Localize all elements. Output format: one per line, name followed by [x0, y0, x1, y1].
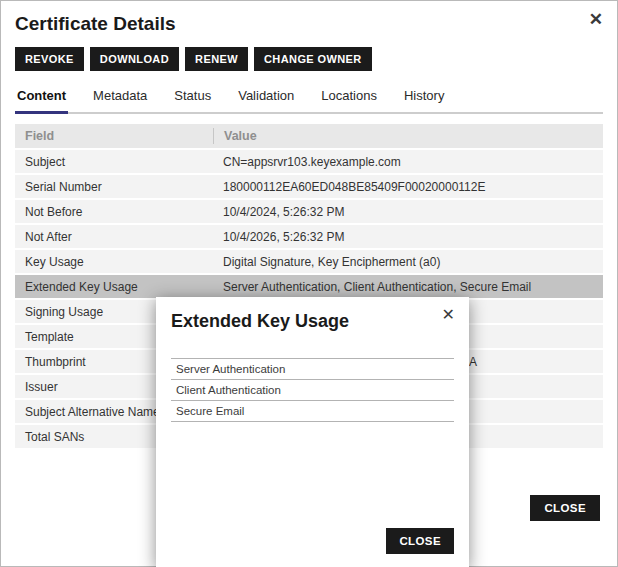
value-cell: 10/4/2024, 5:26:32 PM — [213, 205, 603, 219]
field-cell: Extended Key Usage — [15, 280, 213, 294]
table-row[interactable]: Extended Key UsageServer Authentication,… — [15, 275, 603, 298]
table-row[interactable]: Key UsageDigital Signature, Key Encipher… — [15, 250, 603, 273]
value-cell: Digital Signature, Key Encipherment (a0) — [213, 255, 603, 269]
tab-locations[interactable]: Locations — [319, 81, 379, 114]
popup-list-item: Server Authentication — [171, 359, 454, 380]
value-cell: CN=appsrvr103.keyexample.com — [213, 155, 603, 169]
table-row[interactable]: SubjectCN=appsrvr103.keyexample.com — [15, 150, 603, 173]
certificate-details-dialog: Certificate Details ✕ REVOKEDOWNLOADRENE… — [0, 0, 618, 567]
value-cell: 10/4/2026, 5:26:32 PM — [213, 230, 603, 244]
dialog-close-button[interactable]: CLOSE — [530, 495, 600, 521]
table-row[interactable]: Not After10/4/2026, 5:26:32 PM — [15, 225, 603, 248]
table-header-row: Field Value — [15, 124, 603, 148]
field-cell: Not After — [15, 230, 213, 244]
field-cell: Key Usage — [15, 255, 213, 269]
value-cell: Server Authentication, Client Authentica… — [213, 280, 603, 294]
field-cell: Not Before — [15, 205, 213, 219]
tab-content[interactable]: Content — [15, 81, 68, 114]
popup-close-button[interactable]: CLOSE — [386, 528, 454, 554]
tab-bar: ContentMetadataStatusValidationLocations… — [15, 81, 603, 114]
toolbar-button-renew[interactable]: RENEW — [185, 47, 248, 71]
table-header-field: Field — [15, 129, 213, 143]
tab-history[interactable]: History — [402, 81, 446, 114]
toolbar-button-download[interactable]: DOWNLOAD — [90, 47, 179, 71]
popup-close-icon[interactable]: ✕ — [442, 307, 455, 323]
table-row[interactable]: Serial Number180000112EA60ED048BE85409F0… — [15, 175, 603, 198]
page-title: Certificate Details — [15, 13, 603, 35]
table-header-value: Value — [213, 128, 603, 144]
tab-validation[interactable]: Validation — [236, 81, 296, 114]
toolbar-button-revoke[interactable]: REVOKE — [15, 47, 84, 71]
extended-key-usage-popup: Extended Key Usage ✕ Server Authenticati… — [156, 297, 469, 567]
popup-list-item: Secure Email — [171, 401, 454, 422]
tab-metadata[interactable]: Metadata — [91, 81, 149, 114]
field-cell: Subject — [15, 155, 213, 169]
popup-list-item: Client Authentication — [171, 380, 454, 401]
close-icon[interactable]: ✕ — [589, 11, 603, 28]
toolbar-button-change-owner[interactable]: CHANGE OWNER — [254, 47, 372, 71]
value-cell: 180000112EA60ED048BE85409F00020000112E — [213, 180, 603, 194]
toolbar: REVOKEDOWNLOADRENEWCHANGE OWNER — [1, 41, 617, 71]
dialog-header: Certificate Details ✕ — [1, 1, 617, 41]
popup-title: Extended Key Usage — [171, 311, 454, 332]
field-cell: Serial Number — [15, 180, 213, 194]
tab-status[interactable]: Status — [172, 81, 213, 114]
popup-list: Server AuthenticationClient Authenticati… — [171, 358, 454, 422]
table-row[interactable]: Not Before10/4/2024, 5:26:32 PM — [15, 200, 603, 223]
